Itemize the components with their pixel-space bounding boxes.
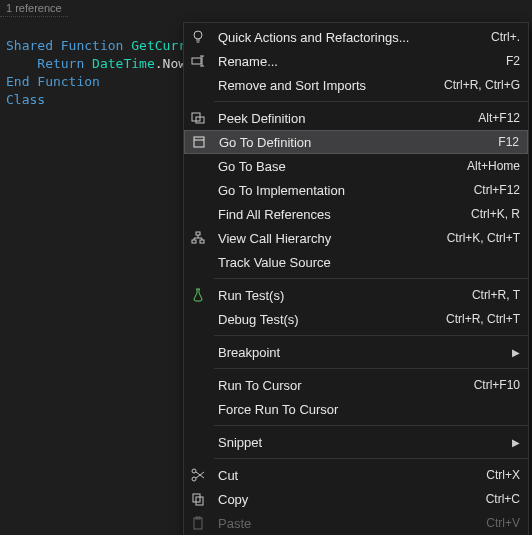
menu-label: View Call Hierarchy: [212, 231, 435, 246]
keyword: End: [6, 74, 29, 89]
menu-label: Rename...: [212, 54, 494, 69]
menu-shortcut: Ctrl+K, Ctrl+T: [435, 231, 520, 245]
menu-label: Track Value Source: [212, 255, 508, 270]
menu-label: Paste: [212, 516, 474, 531]
copy-icon: [184, 491, 212, 507]
menu-shortcut: Ctrl+R, T: [460, 288, 520, 302]
keyword: Class: [6, 92, 45, 107]
menu-separator: [214, 368, 528, 369]
svg-rect-7: [200, 240, 204, 243]
menu-debug-tests[interactable]: Debug Test(s) Ctrl+R, Ctrl+T: [184, 307, 528, 331]
menu-separator: [214, 101, 528, 102]
menu-shortcut: Ctrl+F12: [462, 183, 520, 197]
menu-shortcut: F12: [486, 135, 519, 149]
menu-separator: [214, 335, 528, 336]
menu-track-value-source[interactable]: Track Value Source: [184, 250, 528, 274]
menu-label: Go To Base: [212, 159, 455, 174]
peek-icon: [184, 110, 212, 126]
menu-separator: [214, 278, 528, 279]
hierarchy-icon: [184, 230, 212, 246]
menu-label: Copy: [212, 492, 474, 507]
svg-rect-1: [192, 58, 201, 64]
menu-label: Cut: [212, 468, 474, 483]
menu-goto-implementation[interactable]: Go To Implementation Ctrl+F12: [184, 178, 528, 202]
goto-definition-icon: [185, 134, 213, 150]
menu-view-call-hierarchy[interactable]: View Call Hierarchy Ctrl+K, Ctrl+T: [184, 226, 528, 250]
function-name: GetCurr: [131, 38, 186, 53]
menu-label: Quick Actions and Refactorings...: [212, 30, 479, 45]
menu-force-run-to-cursor[interactable]: Force Run To Cursor: [184, 397, 528, 421]
menu-label: Go To Definition: [213, 135, 486, 150]
menu-label: Force Run To Cursor: [212, 402, 508, 417]
chevron-right-icon: ▶: [508, 437, 520, 448]
svg-rect-12: [194, 518, 202, 529]
svg-point-8: [192, 477, 196, 481]
menu-separator: [214, 425, 528, 426]
menu-shortcut: F2: [494, 54, 520, 68]
menu-shortcut: Ctrl+C: [474, 492, 520, 506]
menu-label: Debug Test(s): [212, 312, 434, 327]
menu-snippet[interactable]: Snippet ▶: [184, 430, 528, 454]
menu-shortcut: Alt+Home: [455, 159, 520, 173]
keyword: Return: [37, 56, 84, 71]
scissors-icon: [184, 467, 212, 483]
keyword: Shared: [6, 38, 53, 53]
svg-point-9: [192, 469, 196, 473]
menu-shortcut: Alt+F12: [466, 111, 520, 125]
menu-shortcut: Ctrl+F10: [462, 378, 520, 392]
chevron-right-icon: ▶: [508, 347, 520, 358]
menu-label: Run To Cursor: [212, 378, 462, 393]
keyword: Function: [61, 38, 124, 53]
menu-shortcut: Ctrl+K, R: [459, 207, 520, 221]
menu-goto-base[interactable]: Go To Base Alt+Home: [184, 154, 528, 178]
menu-shortcut: Ctrl+R, Ctrl+T: [434, 312, 520, 326]
menu-label: Run Test(s): [212, 288, 460, 303]
menu-separator: [214, 458, 528, 459]
svg-rect-6: [192, 240, 196, 243]
menu-label: Peek Definition: [212, 111, 466, 126]
context-menu: Quick Actions and Refactorings... Ctrl+.…: [183, 22, 529, 535]
keyword: Function: [37, 74, 100, 89]
menu-goto-definition[interactable]: Go To Definition F12: [184, 130, 528, 154]
svg-rect-4: [194, 137, 204, 147]
svg-rect-5: [196, 232, 200, 235]
menu-run-tests[interactable]: Run Test(s) Ctrl+R, T: [184, 283, 528, 307]
menu-label: Breakpoint: [212, 345, 508, 360]
menu-remove-sort-imports[interactable]: Remove and Sort Imports Ctrl+R, Ctrl+G: [184, 73, 528, 97]
menu-label: Remove and Sort Imports: [212, 78, 432, 93]
menu-find-all-references[interactable]: Find All References Ctrl+K, R: [184, 202, 528, 226]
menu-breakpoint[interactable]: Breakpoint ▶: [184, 340, 528, 364]
type-name: DateTime: [92, 56, 155, 71]
menu-paste: Paste Ctrl+V: [184, 511, 528, 535]
menu-label: Find All References: [212, 207, 459, 222]
lightbulb-icon: [184, 29, 212, 45]
menu-shortcut: Ctrl+.: [479, 30, 520, 44]
flask-icon: [184, 287, 212, 303]
menu-cut[interactable]: Cut Ctrl+X: [184, 463, 528, 487]
menu-peek-definition[interactable]: Peek Definition Alt+F12: [184, 106, 528, 130]
paste-icon: [184, 515, 212, 531]
menu-rename[interactable]: Rename... F2: [184, 49, 528, 73]
menu-run-to-cursor[interactable]: Run To Cursor Ctrl+F10: [184, 373, 528, 397]
codelens-references[interactable]: 1 reference: [0, 0, 68, 17]
menu-quick-actions[interactable]: Quick Actions and Refactorings... Ctrl+.: [184, 25, 528, 49]
rename-icon: [184, 53, 212, 69]
menu-label: Go To Implementation: [212, 183, 462, 198]
svg-point-0: [194, 31, 202, 39]
menu-shortcut: Ctrl+V: [474, 516, 520, 530]
menu-shortcut: Ctrl+R, Ctrl+G: [432, 78, 520, 92]
menu-label: Snippet: [212, 435, 508, 450]
menu-copy[interactable]: Copy Ctrl+C: [184, 487, 528, 511]
menu-shortcut: Ctrl+X: [474, 468, 520, 482]
